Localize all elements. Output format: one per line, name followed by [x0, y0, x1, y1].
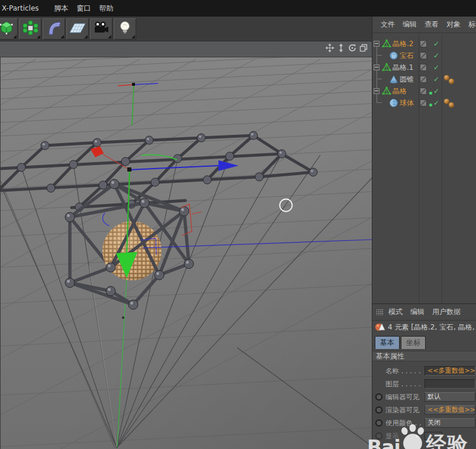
tab-coords[interactable]: 坐标	[401, 336, 426, 349]
viewport[interactable]	[0, 57, 372, 449]
object-name[interactable]: 球体	[400, 97, 414, 109]
attr-menu-item-2[interactable]: 用户数据	[432, 307, 461, 317]
tab-basic[interactable]: 基本	[375, 336, 400, 349]
viewport-rotate-button[interactable]	[347, 44, 357, 54]
editor-visibility-dot[interactable]	[429, 40, 432, 43]
field-label: 渲染器可见	[385, 403, 423, 416]
enabled-checkmark[interactable]: ✓	[433, 50, 439, 62]
viewport-canvas[interactable]	[1, 57, 372, 449]
object-name[interactable]: 圆锥	[400, 73, 414, 85]
tree-connector	[377, 96, 382, 103]
tree-expander[interactable]	[374, 64, 379, 70]
enabled-checkmark[interactable]: ✓	[433, 38, 439, 50]
viewport-dolly-zoom-button[interactable]	[336, 44, 346, 54]
viewport-header	[0, 41, 372, 57]
object-name[interactable]: 晶格.1	[393, 62, 413, 73]
editor-visibility-dot[interactable]	[429, 64, 432, 67]
field-mini-box[interactable]	[424, 432, 442, 440]
object-row-gem[interactable]: 宝石✓	[372, 50, 476, 62]
layer-swatch[interactable]	[420, 64, 427, 71]
multi-selection-icon	[375, 322, 385, 332]
submenu-corner	[108, 35, 111, 38]
submenu-corner	[131, 35, 135, 38]
material-tag-icon[interactable]	[449, 102, 454, 108]
object-manager-menu: 文件编辑查看对象标签	[372, 17, 476, 33]
editor-visibility-dot[interactable]	[429, 76, 432, 79]
render-visibility-dot[interactable]	[429, 44, 432, 47]
object-row-sphere[interactable]: 球体✓	[372, 97, 476, 109]
om-menu-item-4[interactable]: 标签	[468, 20, 476, 30]
pan-icon	[325, 43, 335, 55]
tree-expander[interactable]	[374, 88, 379, 94]
keyframe-circle[interactable]	[375, 432, 382, 440]
cinema4d-window: X-Particles脚本窗口帮助	[0, 0, 476, 449]
menubar-item-1[interactable]: 脚本	[54, 4, 77, 14]
om-menu-item-2[interactable]: 查看	[424, 20, 439, 30]
toolbar-bend-deformer-button[interactable]	[43, 18, 65, 40]
toggle-maximize-icon	[359, 43, 368, 55]
editor-visibility-dot[interactable]	[429, 52, 432, 55]
toolbar-array-object-button[interactable]	[19, 18, 41, 40]
render-visibility-dot[interactable]	[429, 92, 432, 95]
render-visibility-dot[interactable]	[429, 80, 432, 83]
dolly-zoom-icon	[336, 43, 346, 55]
object-row-lattice[interactable]: 晶格✓	[372, 85, 476, 97]
layer-swatch[interactable]	[420, 76, 427, 83]
submenu-corner	[84, 35, 88, 38]
menubar-item-3[interactable]: 帮助	[99, 4, 122, 14]
om-menu-item-0[interactable]: 文件	[381, 20, 395, 30]
menubar-item-2[interactable]: 窗口	[77, 4, 99, 14]
om-menu-item-3[interactable]: 对象	[446, 20, 461, 30]
attr-menu-item-1[interactable]: 编辑	[410, 307, 424, 317]
field-dropdown[interactable]: <<多重数值>>	[424, 405, 475, 415]
toolbar-cube-primitive-button[interactable]	[0, 18, 18, 40]
field-dropdown[interactable]: 关闭	[424, 418, 475, 428]
submenu-corner	[60, 35, 64, 38]
viewport-pan-button[interactable]	[324, 44, 335, 54]
menubar-item-0[interactable]: X-Particles	[2, 4, 54, 12]
lattice-icon	[382, 39, 391, 49]
object-row-cone[interactable]: 圆锥✓	[372, 73, 476, 85]
enabled-checkmark[interactable]: ✓	[433, 97, 439, 109]
layer-swatch[interactable]	[420, 88, 427, 95]
keyframe-circle[interactable]	[375, 393, 382, 400]
layer-swatch[interactable]	[420, 40, 427, 47]
viewport-toggle-maximize-button[interactable]	[358, 44, 368, 54]
enabled-checkmark[interactable]: ✓	[433, 85, 439, 97]
om-menu-item-1[interactable]: 编辑	[403, 20, 417, 30]
field-label: 编辑器可见	[385, 390, 423, 403]
render-visibility-dot[interactable]	[429, 56, 432, 59]
panel-grip-icon[interactable]	[376, 309, 384, 315]
toolbar-floor-object-button[interactable]	[66, 18, 89, 40]
sphere-icon	[389, 98, 398, 108]
enabled-checkmark[interactable]: ✓	[433, 62, 439, 73]
object-name[interactable]: 晶格	[393, 85, 407, 97]
toolbar-camera-object-button[interactable]	[90, 18, 112, 40]
rotate-icon	[348, 43, 357, 55]
enabled-checkmark[interactable]: ✓	[433, 73, 439, 85]
field-input[interactable]: <<多重数值>>	[424, 366, 475, 376]
object-row-lattice[interactable]: 晶格.1✓	[372, 62, 476, 73]
attr-menu-item-0[interactable]: 模式	[388, 307, 403, 317]
object-row-lattice[interactable]: 晶格.2✓	[372, 38, 476, 50]
submenu-corner	[13, 35, 17, 38]
object-name[interactable]: 宝石	[400, 50, 414, 62]
tree-expander[interactable]	[374, 41, 379, 47]
keyframe-circle[interactable]	[375, 406, 382, 414]
tree-connector	[377, 72, 382, 79]
editor-visibility-dot[interactable]	[429, 88, 432, 91]
menu-bar: X-Particles脚本窗口帮助	[0, 0, 476, 17]
layer-swatch[interactable]	[420, 99, 427, 106]
object-name[interactable]: 晶格.2	[393, 38, 413, 50]
field-input[interactable]	[424, 379, 475, 389]
render-visibility-dot[interactable]	[429, 68, 432, 71]
bend-deformer-icon	[46, 20, 62, 38]
render-visibility-dot[interactable]	[429, 104, 432, 106]
field-dropdown[interactable]: 默认	[424, 392, 475, 402]
keyframe-circle[interactable]	[375, 419, 382, 427]
toolbar-light-object-button[interactable]	[114, 18, 136, 40]
material-tag-icon[interactable]	[449, 79, 454, 84]
editor-visibility-dot[interactable]	[429, 99, 432, 102]
layer-swatch[interactable]	[420, 52, 427, 59]
light-object-icon	[117, 20, 133, 38]
